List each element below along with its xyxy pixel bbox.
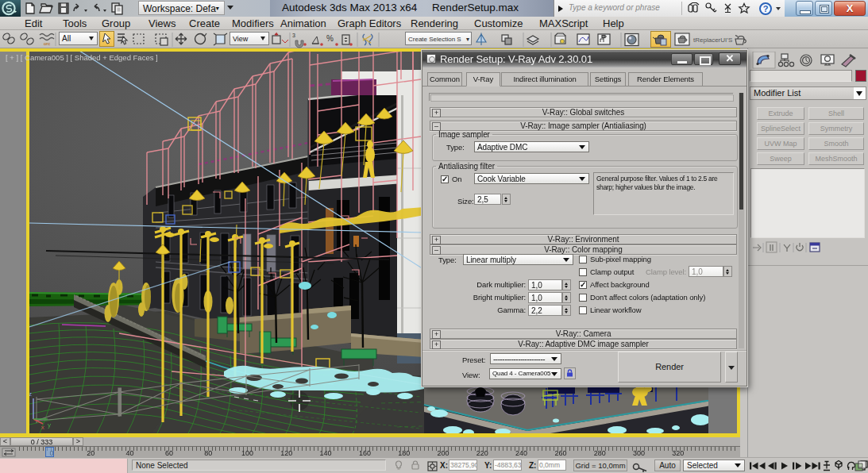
svg-text:y: y [48, 421, 51, 429]
svg-text:tReplacerUI’S: tReplacerUI’S [693, 37, 732, 44]
svg-text:[ + ] [ Camera005 ] [ Shaded +: [ + ] [ Camera005 ] [ Shaded + Edged Fac… [6, 53, 158, 62]
svg-text:3: 3 [292, 33, 295, 38]
svg-text:orc: orc [44, 41, 50, 46]
svg-text:x: x [41, 424, 44, 431]
svg-text:%: % [326, 34, 334, 43]
